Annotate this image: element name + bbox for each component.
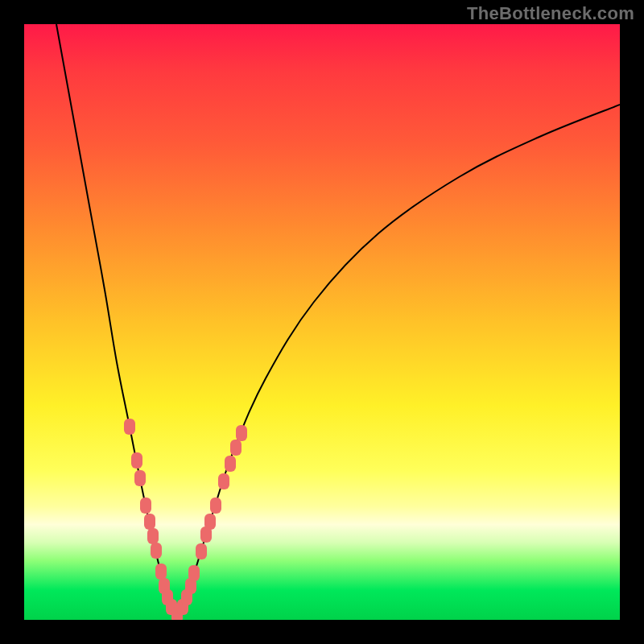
data-dot (131, 452, 142, 469)
curve-right-branch (177, 105, 620, 617)
data-dot (151, 543, 162, 559)
data-dot (230, 440, 242, 456)
scatter-dots (124, 419, 247, 620)
chart-svg (24, 24, 620, 620)
data-dot (140, 497, 151, 514)
data-dot (124, 419, 135, 435)
chart-frame: TheBottleneck.com (0, 0, 644, 644)
data-dot (188, 565, 200, 581)
data-dot (196, 543, 207, 559)
watermark-text: TheBottleneck.com (467, 3, 634, 24)
data-dot (236, 425, 247, 441)
data-dot (144, 514, 155, 530)
data-dot (218, 473, 229, 489)
curve-left-branch (56, 24, 177, 617)
plot-area (24, 24, 620, 620)
data-dot (225, 456, 236, 472)
data-dot (147, 528, 159, 544)
data-dot (204, 514, 216, 530)
data-dot (155, 564, 167, 580)
data-dot (210, 497, 221, 514)
data-dot (134, 470, 146, 486)
